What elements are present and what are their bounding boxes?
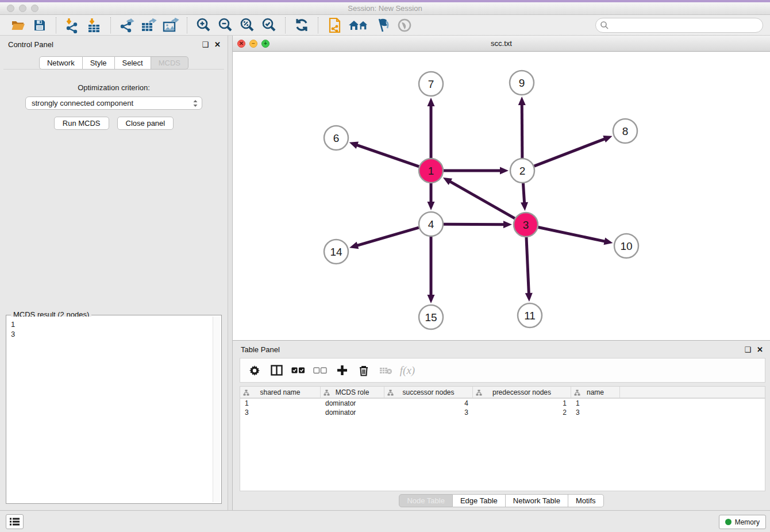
zoom-fit-button[interactable] [238, 17, 256, 34]
table-cell[interactable]: 1 [473, 399, 571, 407]
titlebar[interactable]: Session: New Session [0, 2, 770, 15]
select-stepper-icon [192, 99, 198, 108]
zoom-in-button[interactable] [194, 17, 213, 34]
import-table-icon [86, 17, 102, 33]
graph-edge-1-6[interactable] [356, 145, 419, 167]
tab-select[interactable]: Select [115, 56, 151, 70]
trash-icon [359, 365, 369, 376]
float-table-panel-icon[interactable]: ❑ [744, 346, 751, 353]
network-graph[interactable]: 7968124314101511 [233, 52, 770, 341]
network-canvas[interactable]: 7968124314101511 [233, 52, 770, 340]
network-from-file-button[interactable] [325, 17, 344, 34]
result-scrollbar[interactable] [213, 317, 220, 502]
close-panel-icon[interactable]: ✕ [214, 41, 221, 48]
table-row[interactable]: 1dominator411 [240, 399, 765, 408]
graph-node-label-7: 7 [428, 78, 434, 90]
graph-edge-2-9[interactable] [522, 104, 522, 158]
mcds-result-text[interactable]: 1 3 [7, 317, 212, 502]
column-type-icon [324, 390, 330, 396]
table-cell[interactable]: 3 [240, 408, 321, 417]
split-pane-icon [271, 365, 283, 376]
column-header-label: name [587, 388, 604, 396]
open-session-button[interactable] [9, 17, 27, 34]
graph-edge-arrowhead [525, 293, 533, 302]
delete-table-button[interactable] [377, 362, 394, 379]
export-image-icon [162, 17, 179, 33]
save-icon [33, 18, 47, 32]
table-cell[interactable]: 2 [473, 408, 571, 417]
network-window-titlebar[interactable]: ✕ − + scc.txt [233, 36, 770, 52]
zoom-selected-button[interactable] [260, 17, 278, 34]
table-cell[interactable]: 1 [571, 399, 620, 407]
tab-network-table[interactable]: Network Table [506, 494, 568, 507]
graph-edge-2-3[interactable] [523, 183, 524, 203]
search-input[interactable] [609, 20, 759, 30]
memory-label: Memory [735, 518, 760, 526]
toolbar-separator [285, 17, 286, 33]
zoom-window-button[interactable] [31, 5, 38, 12]
deselect-all-button[interactable] [311, 362, 329, 379]
memory-button[interactable]: Memory [719, 515, 766, 529]
node-table[interactable]: shared nameMCDS rolesuccessor nodesprede… [240, 386, 765, 491]
export-image-button[interactable] [161, 17, 180, 34]
graph-edge-3-11[interactable] [526, 237, 529, 294]
export-table-button[interactable] [140, 17, 158, 34]
save-session-button[interactable] [30, 17, 49, 34]
tab-edge-table[interactable]: Edge Table [453, 494, 506, 507]
criterion-selected-value: strongly connected component [32, 99, 192, 107]
main-toolbar [0, 15, 770, 36]
home-button[interactable] [347, 17, 370, 34]
column-header-predecessor-nodes[interactable]: predecessor nodes [473, 387, 571, 398]
close-window-button[interactable] [7, 5, 14, 12]
table-settings-button[interactable] [246, 362, 263, 379]
tab-motifs[interactable]: Motifs [568, 494, 604, 507]
table-cell[interactable]: 3 [571, 408, 620, 417]
memory-status-icon [725, 519, 732, 525]
network-close-button[interactable]: ✕ [237, 40, 245, 48]
network-minimize-button[interactable]: − [249, 40, 257, 48]
close-panel-button[interactable]: Close panel [117, 117, 174, 130]
tab-network[interactable]: Network [39, 56, 83, 70]
float-panel-icon[interactable]: ❑ [202, 41, 209, 48]
column-header-successor-nodes[interactable]: successor nodes [384, 387, 473, 398]
graph-edge-2-8[interactable] [534, 138, 606, 166]
graph-edge-4-14[interactable] [357, 228, 419, 246]
function-builder-button[interactable]: f(x) [399, 362, 416, 379]
search-box[interactable] [595, 18, 763, 33]
panel-splitter[interactable] [228, 36, 233, 510]
delete-column-button[interactable] [355, 362, 372, 379]
run-mcds-button[interactable]: Run MCDS [54, 117, 109, 130]
table-cell[interactable]: 3 [384, 408, 473, 417]
annotations-button[interactable] [374, 17, 392, 34]
table-cell[interactable]: dominator [321, 408, 384, 417]
criterion-select[interactable]: strongly connected component [25, 97, 202, 110]
network-zoom-button[interactable]: + [261, 40, 270, 48]
table-row[interactable]: 3dominator323 [240, 408, 765, 417]
table-cell[interactable]: dominator [321, 399, 384, 407]
graph-edge-3-1[interactable] [449, 181, 515, 218]
tab-node-table[interactable]: Node Table [399, 494, 453, 507]
column-header-shared-name[interactable]: shared name [240, 387, 321, 398]
show-panels-button[interactable] [6, 514, 24, 529]
import-network-button[interactable] [63, 17, 82, 34]
zoom-fit-icon [239, 17, 255, 33]
table-cell[interactable]: 4 [384, 399, 473, 407]
graph-edge-arrowhead [349, 242, 359, 249]
select-all-button[interactable] [290, 362, 307, 379]
minimize-window-button[interactable] [19, 5, 26, 12]
export-network-button[interactable] [118, 17, 136, 34]
table-cell[interactable]: 1 [240, 399, 321, 407]
apply-layout-button[interactable] [292, 17, 311, 34]
column-header-MCDS-role[interactable]: MCDS role [321, 387, 384, 398]
close-table-panel-icon[interactable]: ✕ [757, 346, 763, 353]
toggle-panes-button[interactable] [268, 362, 285, 379]
zoom-out-button[interactable] [216, 17, 234, 34]
tab-mcds[interactable]: MCDS [151, 56, 188, 70]
add-column-button[interactable] [333, 362, 351, 379]
graph-edge-3-10[interactable] [538, 228, 606, 242]
column-header-name[interactable]: name [571, 387, 620, 398]
graph-edge-4-3[interactable] [444, 224, 505, 225]
import-table-button[interactable] [85, 17, 103, 34]
tab-style[interactable]: Style [83, 56, 115, 70]
birdseye-toggle-button[interactable] [395, 17, 414, 34]
